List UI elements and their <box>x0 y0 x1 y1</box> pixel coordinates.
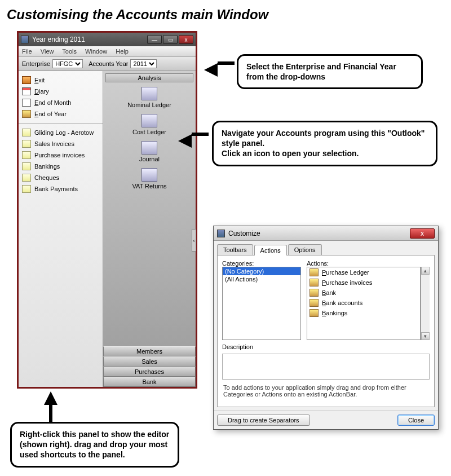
close-button[interactable]: x <box>179 35 193 38</box>
app-icon <box>21 36 29 38</box>
window-title: Year ending 2011 <box>32 36 85 38</box>
page-heading: Customising the Accounts main Window <box>7 7 444 23</box>
maximize-button[interactable]: ▭ <box>163 35 178 38</box>
accounts-main-window: Year ending 2011 — ▭ x File View Tools W… <box>17 31 197 38</box>
minimize-button[interactable]: — <box>147 35 162 38</box>
titlebar: Year ending 2011 — ▭ x <box>19 33 196 38</box>
